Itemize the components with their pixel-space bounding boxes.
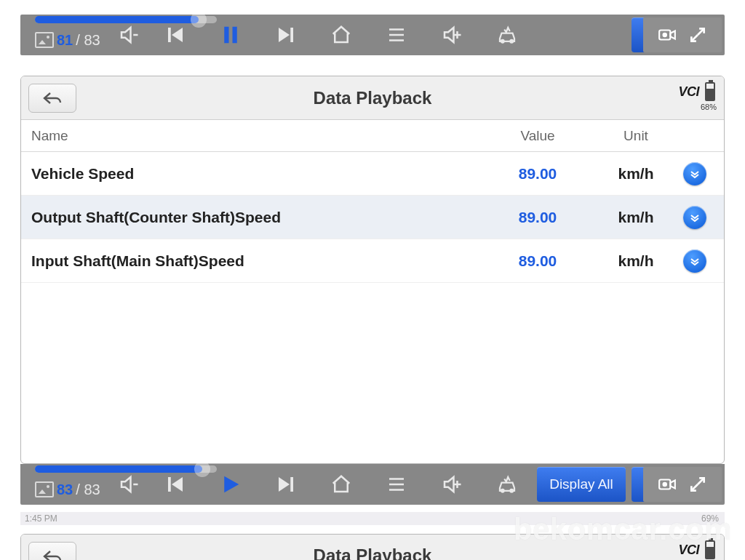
- frame-total: / 83: [76, 481, 100, 498]
- device-status-bar: 1:45 PM 69%: [20, 512, 725, 525]
- col-name: Name: [21, 128, 487, 144]
- svg-rect-1: [168, 28, 171, 42]
- row-name: Input Shaft(Main Shaft)Speed: [21, 252, 487, 270]
- panel-title: Data Playback: [314, 545, 432, 561]
- progress-track[interactable]: [35, 16, 217, 23]
- play-icon[interactable]: [220, 473, 242, 495]
- pause-icon[interactable]: [220, 24, 242, 46]
- status-right: 69%: [701, 513, 719, 524]
- svg-rect-2: [224, 27, 228, 44]
- row-value: 89.00: [487, 252, 589, 270]
- record-icon[interactable]: [658, 25, 677, 44]
- skip-end-icon[interactable]: [275, 24, 297, 46]
- back-button[interactable]: [28, 84, 76, 113]
- car-diag-icon[interactable]: [496, 473, 518, 495]
- expand-icon[interactable]: [688, 475, 707, 494]
- table-row: Input Shaft(Main Shaft)Speed 89.00 km/h: [21, 239, 724, 283]
- row-name: Vehicle Speed: [21, 165, 487, 183]
- panel-header: Data Playback VCI 68%: [21, 76, 724, 120]
- data-playback-panel: Data Playback VCI 68% Name Value Unit Ve…: [20, 76, 725, 464]
- data-playback-panel-2: Data Playback VCI 69% Name Value Unit: [20, 534, 725, 560]
- battery-percent: 68%: [701, 103, 717, 111]
- corner-overlay-top: [643, 17, 722, 52]
- frame-total-num: 83: [84, 481, 100, 497]
- svg-rect-16: [290, 477, 293, 492]
- panel-header: Data Playback VCI 69%: [21, 535, 724, 560]
- status-time: 1:45 PM: [25, 513, 57, 524]
- row-unit: km/h: [589, 165, 683, 183]
- svg-rect-3: [232, 27, 236, 44]
- volume-up-icon[interactable]: [441, 473, 463, 495]
- playback-controls: [164, 24, 518, 46]
- svg-point-25: [664, 483, 666, 486]
- vci-label: VCI: [678, 543, 699, 558]
- playback-controls: [164, 473, 518, 495]
- row-name: Output Shaft(Counter Shaft)Speed: [21, 209, 487, 226]
- frame-counter: 81 / 83: [35, 32, 100, 49]
- volume-down-icon[interactable]: [118, 473, 140, 495]
- svg-point-13: [664, 33, 666, 36]
- table-row: Vehicle Speed 89.00 km/h: [21, 152, 724, 196]
- vci-status: VCI: [678, 540, 715, 559]
- col-value: Value: [487, 128, 589, 144]
- gallery-icon: [35, 481, 54, 497]
- menu-icon[interactable]: [386, 24, 407, 46]
- expand-row-button[interactable]: [683, 162, 706, 185]
- home-icon[interactable]: [330, 24, 352, 46]
- menu-icon[interactable]: [386, 473, 407, 495]
- gallery-icon: [35, 32, 54, 48]
- status-battery-pct: 69%: [701, 513, 719, 524]
- progress-knob[interactable]: [194, 461, 210, 477]
- playback-toolbar-bottom: 83 / 83 Display All Combine: [20, 464, 725, 505]
- volume-up-icon[interactable]: [441, 24, 463, 46]
- row-value: 89.00: [487, 165, 589, 183]
- expand-row-button[interactable]: [683, 206, 706, 229]
- display-all-label: Display All: [549, 476, 613, 492]
- row-unit: km/h: [589, 252, 683, 270]
- table-row: Output Shaft(Counter Shaft)Speed 89.00 k…: [21, 196, 724, 239]
- back-button[interactable]: [28, 542, 76, 560]
- table-empty-area: [21, 283, 724, 463]
- progress-knob[interactable]: [191, 12, 207, 28]
- panel-title: Data Playback: [314, 88, 432, 108]
- progress-fill: [35, 16, 199, 23]
- svg-rect-4: [290, 28, 293, 42]
- table-header: Name Value Unit: [21, 120, 724, 152]
- skip-start-icon[interactable]: [164, 24, 186, 46]
- display-all-button[interactable]: Display All: [537, 467, 626, 502]
- expand-icon[interactable]: [688, 25, 707, 44]
- volume-down-icon[interactable]: [118, 24, 140, 46]
- progress-track[interactable]: [35, 465, 217, 473]
- battery-icon: [705, 540, 715, 559]
- progress-fill: [35, 465, 202, 473]
- vci-label: VCI: [678, 84, 699, 100]
- col-unit: Unit: [589, 128, 683, 144]
- frame-total: / 83: [76, 32, 100, 49]
- playback-toolbar-top: 81 / 83 Exit: [20, 15, 725, 55]
- frame-current: 83: [57, 481, 73, 498]
- corner-overlay-bottom: [643, 467, 722, 502]
- car-diag-icon[interactable]: [496, 24, 518, 46]
- expand-row-button[interactable]: [683, 249, 706, 273]
- frame-total-num: 83: [84, 32, 100, 48]
- row-unit: km/h: [589, 209, 683, 226]
- battery-icon: [705, 82, 715, 101]
- record-icon[interactable]: [658, 475, 677, 494]
- vci-status: VCI: [678, 82, 715, 101]
- skip-start-icon[interactable]: [164, 473, 186, 495]
- svg-rect-15: [168, 477, 171, 492]
- skip-end-icon[interactable]: [275, 473, 297, 495]
- row-value: 89.00: [487, 209, 589, 226]
- frame-counter: 83 / 83: [35, 481, 100, 498]
- frame-current: 81: [57, 32, 73, 49]
- home-icon[interactable]: [330, 473, 352, 495]
